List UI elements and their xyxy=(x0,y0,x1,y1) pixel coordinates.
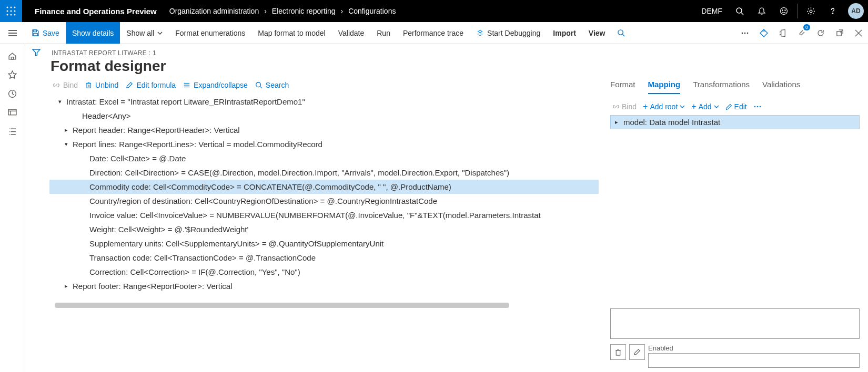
find-icon[interactable] xyxy=(612,22,631,44)
edit-icon[interactable] xyxy=(629,344,645,360)
bell-icon[interactable] xyxy=(751,0,773,22)
caret-down-icon[interactable]: ▾ xyxy=(56,95,64,109)
show-all-button[interactable]: Show all xyxy=(120,22,169,44)
show-details-button[interactable]: Show details xyxy=(66,22,120,44)
delete-icon[interactable] xyxy=(610,344,626,360)
svg-point-9 xyxy=(736,8,742,13)
caret-down-icon[interactable]: ▾ xyxy=(62,137,70,151)
cmd-right-group: 0 xyxy=(735,22,868,44)
enabled-input[interactable] xyxy=(648,353,860,368)
tree-node[interactable]: Country/region of destination: Cell<Coun… xyxy=(49,194,599,208)
format-enumerations-button[interactable]: Format enumerations xyxy=(169,22,251,44)
edit-button[interactable]: Edit xyxy=(725,102,747,111)
close-icon[interactable] xyxy=(849,22,868,44)
tree-node[interactable]: Correction: Cell<Correction> = IF(@.Corr… xyxy=(49,265,599,279)
breadcrumb-item[interactable]: Electronic reporting xyxy=(272,7,336,15)
page-title: Format designer xyxy=(49,58,599,75)
home-icon[interactable] xyxy=(0,46,25,65)
node-label: Transaction code: Cell<TransactionCode> … xyxy=(89,251,316,265)
view-button[interactable]: View xyxy=(582,22,612,44)
breadcrumb-item[interactable]: Configurations xyxy=(348,7,396,15)
tree-node[interactable]: Direction: Cell<Direction> = CASE(@.Dire… xyxy=(49,166,599,180)
ellipsis-icon[interactable] xyxy=(735,22,754,44)
expand-collapse-button[interactable]: Expand/collapse xyxy=(183,81,248,89)
tree-node[interactable]: ▾Report lines: Range<ReportLines>: Verti… xyxy=(49,137,599,151)
tab-transformations[interactable]: Transformations xyxy=(693,80,750,94)
tree-node[interactable]: Header<Any> xyxy=(49,109,599,123)
avatar[interactable]: AD xyxy=(848,3,864,19)
start-debugging-button[interactable]: Start Debugging xyxy=(470,22,547,44)
caret-right-icon[interactable]: ▸ xyxy=(62,123,70,137)
tree-node-selected[interactable]: Commodity code: Cell<CommodityCode> = CO… xyxy=(49,180,599,194)
svg-line-10 xyxy=(741,13,743,15)
modules-icon[interactable] xyxy=(0,122,25,141)
formula-box[interactable] xyxy=(610,308,860,339)
tab-label: Mapping xyxy=(648,80,681,89)
search-icon[interactable] xyxy=(729,0,751,22)
diamond-icon[interactable] xyxy=(754,22,773,44)
caret-right-icon[interactable]: ▸ xyxy=(62,279,70,293)
workspace-icon[interactable] xyxy=(0,103,25,122)
recent-icon[interactable] xyxy=(0,84,25,103)
edit-formula-button[interactable]: Edit formula xyxy=(126,81,176,89)
tab-label: Validations xyxy=(762,80,800,89)
plus-icon: + xyxy=(643,103,648,110)
performance-trace-button[interactable]: Performance trace xyxy=(397,22,470,44)
left-toolbar: Bind Unbind Edit formula Expand/collapse… xyxy=(49,81,599,89)
waffle-icon[interactable] xyxy=(0,0,22,22)
office-icon[interactable] xyxy=(773,22,792,44)
gear-icon[interactable] xyxy=(800,0,822,22)
breadcrumb-item[interactable]: Organization administration xyxy=(169,7,259,15)
tree-search-button[interactable]: Search xyxy=(255,81,289,89)
content: INTRASTAT REPORT LITWARE : 1 Format desi… xyxy=(25,44,868,372)
tree-node[interactable]: ▸Report footer: Range<ReportFooter>: Ver… xyxy=(49,279,599,293)
tab-mapping[interactable]: Mapping xyxy=(648,80,681,94)
svg-point-3 xyxy=(7,11,8,12)
left-rail xyxy=(0,44,25,372)
bind-button[interactable]: Bind xyxy=(612,102,637,111)
tree-node[interactable]: Invoice value: Cell<InvoiceValue> = NUMB… xyxy=(49,208,599,222)
svg-point-6 xyxy=(7,14,8,16)
app-title: Finance and Operations Preview xyxy=(22,7,169,16)
tree-node[interactable]: Weight: Cell<Weight> = @.'$RoundedWeight… xyxy=(49,222,599,236)
node-label: Report footer: Range<ReportFooter>: Vert… xyxy=(73,279,233,293)
attachments-icon[interactable]: 0 xyxy=(792,22,811,44)
run-button[interactable]: Run xyxy=(370,22,397,44)
svg-point-15 xyxy=(810,10,812,13)
attachment-badge: 0 xyxy=(803,24,810,30)
tree-node[interactable]: Transaction code: Cell<TransactionCode> … xyxy=(49,251,599,265)
tree-node[interactable]: Date: Cell<Date> = @.Date xyxy=(49,151,599,166)
caret-right-icon[interactable]: ▸ xyxy=(615,119,618,126)
refresh-icon[interactable] xyxy=(811,22,830,44)
tree-node[interactable]: Supplementary units: Cell<SupplementaryU… xyxy=(49,236,599,251)
filter-icon[interactable] xyxy=(25,44,47,372)
svg-line-24 xyxy=(622,34,624,36)
tab-format[interactable]: Format xyxy=(610,80,635,94)
popup-icon[interactable] xyxy=(830,22,849,44)
smile-icon[interactable] xyxy=(773,0,795,22)
unbind-button[interactable]: Unbind xyxy=(85,81,118,89)
validate-button[interactable]: Validate xyxy=(332,22,371,44)
tree-node[interactable]: ▸Report header: Range<ReportHeader>: Ver… xyxy=(49,123,599,137)
more-button[interactable] xyxy=(753,102,762,111)
help-icon[interactable] xyxy=(822,0,844,22)
enabled-field: Enabled xyxy=(648,344,860,368)
save-button[interactable]: Save xyxy=(25,22,66,44)
svg-point-23 xyxy=(618,30,623,35)
star-icon[interactable] xyxy=(0,65,25,84)
company-code[interactable]: DEMF xyxy=(695,7,729,15)
tree-node-root[interactable]: ▾Intrastat: Excel = "Intrastat report Li… xyxy=(49,95,599,109)
svg-point-8 xyxy=(14,14,16,16)
cmd-label: View xyxy=(589,29,605,37)
import-button[interactable]: Import xyxy=(547,22,582,44)
svg-rect-34 xyxy=(11,57,13,59)
horizontal-scrollbar[interactable] xyxy=(55,303,509,308)
map-format-button[interactable]: Map format to model xyxy=(251,22,331,44)
bind-button[interactable]: Bind xyxy=(53,81,78,89)
hamburger-icon[interactable] xyxy=(0,22,25,44)
tab-validations[interactable]: Validations xyxy=(762,80,800,94)
add-button[interactable]: + Add xyxy=(691,102,719,111)
mapping-root-node[interactable]: ▸ model: Data model Intrastat xyxy=(610,115,860,129)
add-root-button[interactable]: + Add root xyxy=(643,102,685,111)
node-label: Country/region of destination: Cell<Coun… xyxy=(89,194,437,208)
